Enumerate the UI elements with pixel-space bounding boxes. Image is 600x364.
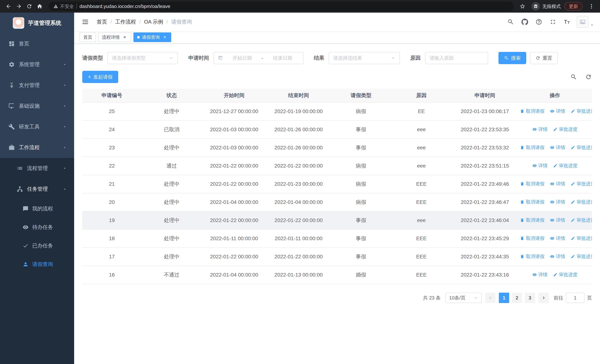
- sidebar-item-process-management[interactable]: 流程管理: [0, 158, 74, 179]
- page-number-button[interactable]: 1: [499, 293, 509, 303]
- cell-reason: EEE: [391, 229, 451, 248]
- close-icon[interactable]: ×: [162, 35, 168, 40]
- bookmark-star-button[interactable]: [517, 1, 528, 11]
- goto-page-input[interactable]: [566, 293, 584, 303]
- security-warning-label: 不安全: [60, 3, 74, 9]
- browser-refresh-button[interactable]: [24, 1, 35, 11]
- address-bar[interactable]: 不安全 dashboard.yudao.iocoder.cn/bpm/oa/le…: [48, 2, 514, 11]
- security-chip[interactable]: 不安全: [53, 3, 74, 9]
- column-header-actions: 操作: [518, 89, 592, 102]
- sidebar-subitem[interactable]: 待办任务: [0, 218, 74, 236]
- detail-link[interactable]: 详情: [550, 235, 565, 241]
- approval-progress-link[interactable]: 审批进度: [553, 126, 578, 132]
- tag-label: 流程详情: [102, 34, 120, 40]
- cancel-leave-link[interactable]: 取消请假: [520, 144, 544, 150]
- cancel-leave-link[interactable]: 取消请假: [520, 181, 544, 187]
- detail-link[interactable]: 详情: [550, 108, 565, 114]
- sidebar-subitem[interactable]: 我的流程: [0, 199, 74, 218]
- browser-menu-button[interactable]: [586, 1, 597, 11]
- approval-progress-link[interactable]: 审批进度: [571, 235, 592, 241]
- logo[interactable]: 芋道管理系统: [0, 13, 74, 33]
- approval-progress-link[interactable]: 审批进度: [571, 144, 592, 150]
- detail-link[interactable]: 详情: [532, 163, 548, 169]
- approval-progress-link[interactable]: 审批进度: [571, 253, 592, 260]
- monitor-icon: [9, 103, 15, 109]
- sidebar-item-yen[interactable]: 支付管理: [0, 75, 74, 96]
- header-search-icon[interactable]: [504, 16, 517, 28]
- user-menu[interactable]: [577, 16, 594, 28]
- search-button[interactable]: 搜索: [498, 52, 526, 64]
- approval-progress-link[interactable]: 审批进度: [571, 199, 592, 205]
- detail-link[interactable]: 详情: [550, 181, 565, 187]
- refresh-table-icon[interactable]: [585, 74, 592, 80]
- reason-input[interactable]: 请输入原因: [425, 52, 488, 64]
- result-select[interactable]: 请选择流结果: [329, 52, 400, 64]
- close-icon[interactable]: ×: [122, 35, 128, 40]
- breadcrumb-home[interactable]: 首页: [97, 18, 107, 25]
- sidebar-item-wrench[interactable]: 研发工具: [0, 116, 74, 137]
- toggle-search-icon[interactable]: [570, 74, 577, 80]
- sidebar-subitem[interactable]: 请假查询: [0, 255, 74, 274]
- result-placeholder: 请选择流结果: [333, 55, 389, 61]
- approval-progress-link[interactable]: 审批进度: [553, 163, 578, 169]
- fullscreen-icon[interactable]: [547, 16, 559, 28]
- cancel-leave-link[interactable]: 取消请假: [520, 235, 544, 241]
- cancel-leave-link[interactable]: 取消请假: [520, 253, 544, 260]
- detail-link[interactable]: 详情: [550, 217, 565, 223]
- browser-home-button[interactable]: [35, 1, 45, 11]
- sidebar-subitem[interactable]: 已办任务: [0, 236, 74, 255]
- detail-link[interactable]: 详情: [550, 144, 565, 150]
- approval-progress-link[interactable]: 审批进度: [571, 108, 592, 114]
- font-size-icon[interactable]: [561, 16, 573, 28]
- trash-icon: [520, 200, 525, 204]
- date-range-picker[interactable]: 开始日期 - 结束日期: [214, 52, 303, 64]
- tag[interactable]: 流程详情 ×: [98, 32, 131, 42]
- reset-button[interactable]: 重置: [530, 52, 558, 64]
- page-number-button[interactable]: 2: [512, 293, 522, 303]
- page-size-select[interactable]: 10条/页: [445, 293, 482, 303]
- cell-start-time: 2022-01-22 00:00:00: [202, 175, 266, 193]
- breadcrumb-oa-example[interactable]: OA 示例: [144, 18, 163, 25]
- approval-progress-link[interactable]: 审批进度: [553, 271, 578, 278]
- sidebar-item-gear[interactable]: 系统管理: [0, 54, 74, 75]
- cancel-leave-link[interactable]: 取消请假: [520, 108, 544, 114]
- cell-start-time: 2022-01-03 00:00:00: [202, 139, 266, 157]
- detail-link[interactable]: 详情: [532, 271, 548, 278]
- leave-type-select[interactable]: 请选择请假类型: [107, 52, 178, 64]
- breadcrumb-workflow[interactable]: 工作流程: [115, 18, 136, 25]
- table-row: 19 处理中 2022-01-22 00:00:00 2022-01-22 00…: [82, 211, 592, 229]
- cancel-leave-link[interactable]: 取消请假: [520, 199, 544, 205]
- create-leave-button[interactable]: + 发起请假: [82, 71, 118, 83]
- chevron-up-icon: [62, 187, 67, 191]
- sidebar-item-briefcase[interactable]: 工作流程: [0, 137, 74, 158]
- cancel-leave-link[interactable]: 取消请假: [520, 217, 544, 223]
- approval-progress-link[interactable]: 审批进度: [571, 217, 592, 223]
- sidebar-item-task-management[interactable]: 任务管理: [0, 179, 74, 199]
- cell-end-time: 2022-01-11 00:00:00: [266, 229, 331, 248]
- page-number-button[interactable]: 3: [525, 293, 535, 303]
- sidebar-item-monitor[interactable]: 基础设施: [0, 96, 74, 116]
- breadcrumb-current: 请假查询: [171, 18, 192, 25]
- sidebar-collapse-button[interactable]: [80, 18, 90, 26]
- divider: [76, 4, 77, 9]
- detail-link[interactable]: 详情: [532, 126, 548, 132]
- eye-icon: [532, 127, 537, 131]
- next-page-button[interactable]: [538, 293, 549, 303]
- github-icon[interactable]: [518, 16, 531, 28]
- tag[interactable]: 首页: [80, 32, 96, 42]
- approval-progress-link[interactable]: 审批进度: [571, 181, 592, 187]
- browser-update-button[interactable]: 更新: [564, 2, 582, 10]
- cell-leave-type: 婚假: [331, 266, 391, 284]
- detail-link[interactable]: 详情: [550, 199, 565, 205]
- prev-page-button[interactable]: [485, 293, 496, 303]
- tag[interactable]: 请假查询 ×: [133, 32, 171, 42]
- pen-icon: [571, 200, 575, 204]
- detail-link[interactable]: 详情: [550, 253, 565, 260]
- browser-back-button[interactable]: [3, 1, 14, 11]
- help-icon[interactable]: [533, 16, 545, 28]
- sidebar-item-dashboard[interactable]: 首页: [0, 33, 74, 54]
- column-header-type: 请假类型: [331, 89, 391, 102]
- cell-end-time: 2022-01-22 00:00:00: [266, 211, 331, 229]
- browser-forward-button[interactable]: [14, 1, 24, 11]
- url-text: dashboard.yudao.iocoder.cn/bpm/oa/leave: [79, 3, 170, 9]
